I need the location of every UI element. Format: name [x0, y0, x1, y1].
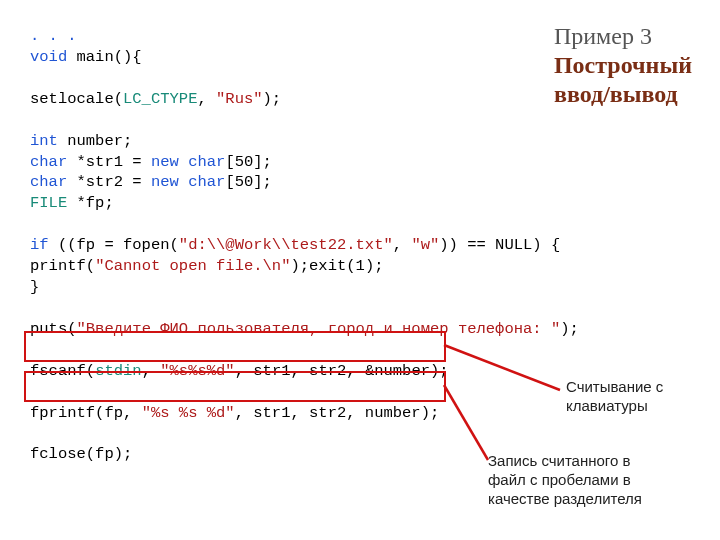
code-token: }: [30, 278, 39, 296]
callout-text: файл с пробелами в: [488, 471, 698, 490]
code-token: "Cannot open file.\n": [95, 257, 290, 275]
code-token: );exit(1);: [290, 257, 383, 275]
highlight-box-fscanf: [24, 331, 446, 362]
code-token: char: [188, 173, 225, 191]
code-token: printf(: [30, 257, 95, 275]
code-token: [179, 173, 188, 191]
code-token: "%s %s %d": [142, 404, 235, 422]
callout-text: Считывание с: [566, 378, 716, 397]
code-token: );: [560, 320, 579, 338]
code-token: new: [151, 173, 179, 191]
code-token: ,: [393, 236, 412, 254]
code-token: FILE: [30, 194, 67, 212]
callout-read-keyboard: Считывание с клавиатуры: [566, 378, 716, 416]
code-token: )) == NULL) {: [439, 236, 560, 254]
callout-text: клавиатуры: [566, 397, 716, 416]
code-token: setlocale(: [30, 90, 123, 108]
code-token: ,: [197, 90, 216, 108]
code-token: fclose(fp);: [30, 445, 132, 463]
code-token: main(){: [67, 48, 141, 66]
code-token: "d:\\@Work\\test22.txt": [179, 236, 393, 254]
code-token: fprintf(fp,: [30, 404, 142, 422]
callout-text: качестве разделителя: [488, 490, 698, 509]
code-token: *str2 =: [67, 173, 151, 191]
code-token: char: [30, 173, 67, 191]
code-token: LC_CTYPE: [123, 90, 197, 108]
code-token: [50];: [225, 173, 272, 191]
code-token: number;: [58, 132, 132, 150]
code-token: char: [188, 153, 225, 171]
code-token: "w": [411, 236, 439, 254]
code-token: "Rus": [216, 90, 263, 108]
code-token: int: [30, 132, 58, 150]
code-token: . . .: [30, 27, 77, 45]
code-token: );: [263, 90, 282, 108]
code-token: if: [30, 236, 49, 254]
code-token: *fp;: [67, 194, 114, 212]
code-token: char: [30, 153, 67, 171]
callout-text: Запись считанного в: [488, 452, 698, 471]
highlight-box-fprintf: [24, 371, 446, 402]
code-token: [50];: [225, 153, 272, 171]
code-token: , str1, str2, number);: [235, 404, 440, 422]
callout-write-file: Запись считанного в файл с пробелами в к…: [488, 452, 698, 508]
code-token: [179, 153, 188, 171]
code-token: new: [151, 153, 179, 171]
code-token: void: [30, 48, 67, 66]
code-token: *str1 =: [67, 153, 151, 171]
code-token: ((fp = fopen(: [49, 236, 179, 254]
